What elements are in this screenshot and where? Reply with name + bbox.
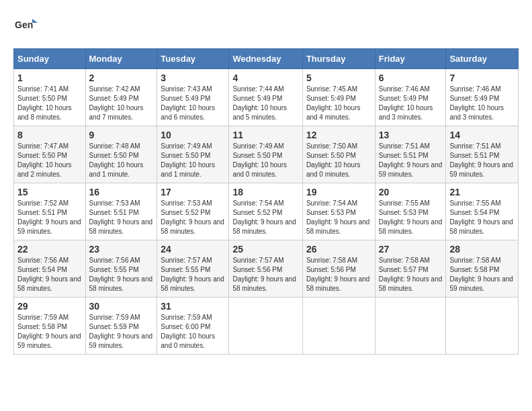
day-number: 31 (161, 301, 225, 312)
day-number: 1 (17, 73, 82, 83)
col-header-wednesday: Wednesday (229, 49, 302, 69)
day-number: 29 (17, 301, 82, 312)
day-cell: 28 Sunrise: 7:58 AMSunset: 5:58 PMDaylig… (446, 240, 519, 298)
day-cell (302, 298, 375, 355)
day-info: Sunrise: 7:49 AMSunset: 5:50 PMDaylight:… (232, 142, 298, 179)
day-cell: 7 Sunrise: 7:46 AMSunset: 5:49 PMDayligh… (446, 69, 519, 126)
day-number: 25 (232, 244, 298, 255)
day-info: Sunrise: 7:41 AMSunset: 5:50 PMDaylight:… (17, 85, 82, 122)
day-cell: 17 Sunrise: 7:53 AMSunset: 5:52 PMDaylig… (157, 183, 229, 240)
col-header-tuesday: Tuesday (157, 49, 229, 69)
week-row-5: 29 Sunrise: 7:59 AMSunset: 5:58 PMDaylig… (14, 298, 519, 355)
day-cell: 23 Sunrise: 7:56 AMSunset: 5:55 PMDaylig… (85, 240, 157, 298)
day-cell: 12 Sunrise: 7:50 AMSunset: 5:50 PMDaylig… (302, 126, 375, 183)
page-header: Gen (13, 13, 519, 38)
day-info: Sunrise: 7:46 AMSunset: 5:49 PMDaylight:… (449, 85, 515, 122)
day-info: Sunrise: 7:55 AMSunset: 5:54 PMDaylight:… (449, 199, 515, 236)
col-header-friday: Friday (375, 49, 446, 69)
day-number: 7 (449, 73, 515, 83)
week-row-1: 1 Sunrise: 7:41 AMSunset: 5:50 PMDayligh… (14, 69, 519, 126)
logo: Gen (13, 13, 42, 38)
week-row-4: 22 Sunrise: 7:56 AMSunset: 5:54 PMDaylig… (14, 240, 519, 298)
day-cell: 13 Sunrise: 7:51 AMSunset: 5:51 PMDaylig… (375, 126, 446, 183)
day-info: Sunrise: 7:54 AMSunset: 5:52 PMDaylight:… (232, 199, 298, 236)
day-number: 6 (379, 73, 443, 83)
day-number: 20 (379, 187, 443, 197)
day-number: 8 (17, 130, 82, 140)
svg-text:Gen: Gen (15, 19, 33, 30)
day-number: 5 (306, 73, 371, 83)
day-cell: 4 Sunrise: 7:44 AMSunset: 5:49 PMDayligh… (229, 69, 302, 126)
day-info: Sunrise: 7:58 AMSunset: 5:58 PMDaylight:… (449, 256, 515, 293)
day-cell: 25 Sunrise: 7:57 AMSunset: 5:56 PMDaylig… (229, 240, 302, 298)
col-header-saturday: Saturday (446, 49, 519, 69)
day-info: Sunrise: 7:58 AMSunset: 5:56 PMDaylight:… (306, 256, 371, 293)
day-cell: 19 Sunrise: 7:54 AMSunset: 5:53 PMDaylig… (302, 183, 375, 240)
day-info: Sunrise: 7:53 AMSunset: 5:51 PMDaylight:… (89, 199, 154, 236)
day-number: 2 (89, 73, 154, 83)
day-info: Sunrise: 7:43 AMSunset: 5:49 PMDaylight:… (161, 85, 225, 122)
day-cell: 30 Sunrise: 7:59 AMSunset: 5:59 PMDaylig… (85, 298, 157, 355)
day-cell: 2 Sunrise: 7:42 AMSunset: 5:49 PMDayligh… (85, 69, 157, 126)
day-info: Sunrise: 7:57 AMSunset: 5:55 PMDaylight:… (161, 256, 225, 293)
day-cell: 21 Sunrise: 7:55 AMSunset: 5:54 PMDaylig… (446, 183, 519, 240)
day-cell: 11 Sunrise: 7:49 AMSunset: 5:50 PMDaylig… (229, 126, 302, 183)
day-number: 27 (379, 244, 443, 255)
day-number: 14 (449, 130, 515, 140)
day-cell: 1 Sunrise: 7:41 AMSunset: 5:50 PMDayligh… (14, 69, 86, 126)
day-info: Sunrise: 7:59 AMSunset: 5:59 PMDaylight:… (89, 313, 154, 351)
day-number: 4 (232, 73, 298, 83)
day-info: Sunrise: 7:47 AMSunset: 5:50 PMDaylight:… (17, 142, 82, 179)
day-number: 23 (89, 244, 154, 255)
col-header-thursday: Thursday (302, 49, 375, 69)
day-cell: 9 Sunrise: 7:48 AMSunset: 5:50 PMDayligh… (85, 126, 157, 183)
day-info: Sunrise: 7:56 AMSunset: 5:55 PMDaylight:… (89, 256, 154, 293)
day-number: 12 (306, 130, 371, 140)
day-number: 22 (17, 244, 82, 255)
day-number: 28 (449, 244, 515, 255)
day-cell: 20 Sunrise: 7:55 AMSunset: 5:53 PMDaylig… (375, 183, 446, 240)
day-cell (229, 298, 302, 355)
day-cell: 3 Sunrise: 7:43 AMSunset: 5:49 PMDayligh… (157, 69, 229, 126)
day-number: 16 (89, 187, 154, 197)
day-number: 18 (232, 187, 298, 197)
day-number: 9 (89, 130, 154, 140)
logo-icon: Gen (13, 13, 38, 38)
day-number: 10 (161, 130, 225, 140)
calendar-table: SundayMondayTuesdayWednesdayThursdayFrid… (13, 48, 519, 355)
day-info: Sunrise: 7:48 AMSunset: 5:50 PMDaylight:… (89, 142, 154, 179)
day-info: Sunrise: 7:49 AMSunset: 5:50 PMDaylight:… (161, 142, 225, 179)
day-info: Sunrise: 7:59 AMSunset: 5:58 PMDaylight:… (17, 313, 82, 351)
day-info: Sunrise: 7:45 AMSunset: 5:49 PMDaylight:… (306, 85, 371, 122)
day-number: 19 (306, 187, 371, 197)
day-cell: 8 Sunrise: 7:47 AMSunset: 5:50 PMDayligh… (14, 126, 86, 183)
day-info: Sunrise: 7:51 AMSunset: 5:51 PMDaylight:… (379, 142, 443, 179)
col-header-sunday: Sunday (14, 49, 86, 69)
day-cell: 31 Sunrise: 7:59 AMSunset: 6:00 PMDaylig… (157, 298, 229, 355)
header-row: SundayMondayTuesdayWednesdayThursdayFrid… (14, 49, 519, 69)
day-cell: 22 Sunrise: 7:56 AMSunset: 5:54 PMDaylig… (14, 240, 86, 298)
day-cell: 26 Sunrise: 7:58 AMSunset: 5:56 PMDaylig… (302, 240, 375, 298)
day-cell: 10 Sunrise: 7:49 AMSunset: 5:50 PMDaylig… (157, 126, 229, 183)
day-number: 15 (17, 187, 82, 197)
day-cell: 5 Sunrise: 7:45 AMSunset: 5:49 PMDayligh… (302, 69, 375, 126)
day-info: Sunrise: 7:52 AMSunset: 5:51 PMDaylight:… (17, 199, 82, 236)
day-info: Sunrise: 7:46 AMSunset: 5:49 PMDaylight:… (379, 85, 443, 122)
day-cell: 6 Sunrise: 7:46 AMSunset: 5:49 PMDayligh… (375, 69, 446, 126)
week-row-3: 15 Sunrise: 7:52 AMSunset: 5:51 PMDaylig… (14, 183, 519, 240)
day-info: Sunrise: 7:53 AMSunset: 5:52 PMDaylight:… (161, 199, 225, 236)
day-info: Sunrise: 7:50 AMSunset: 5:50 PMDaylight:… (306, 142, 371, 179)
day-number: 26 (306, 244, 371, 255)
day-info: Sunrise: 7:57 AMSunset: 5:56 PMDaylight:… (232, 256, 298, 293)
day-info: Sunrise: 7:58 AMSunset: 5:57 PMDaylight:… (379, 256, 443, 293)
day-cell: 29 Sunrise: 7:59 AMSunset: 5:58 PMDaylig… (14, 298, 86, 355)
day-info: Sunrise: 7:56 AMSunset: 5:54 PMDaylight:… (17, 256, 82, 293)
day-cell: 18 Sunrise: 7:54 AMSunset: 5:52 PMDaylig… (229, 183, 302, 240)
day-cell: 27 Sunrise: 7:58 AMSunset: 5:57 PMDaylig… (375, 240, 446, 298)
day-number: 30 (89, 301, 154, 312)
day-cell: 16 Sunrise: 7:53 AMSunset: 5:51 PMDaylig… (85, 183, 157, 240)
day-info: Sunrise: 7:42 AMSunset: 5:49 PMDaylight:… (89, 85, 154, 122)
day-number: 24 (161, 244, 225, 255)
day-info: Sunrise: 7:55 AMSunset: 5:53 PMDaylight:… (379, 199, 443, 236)
day-number: 21 (449, 187, 515, 197)
